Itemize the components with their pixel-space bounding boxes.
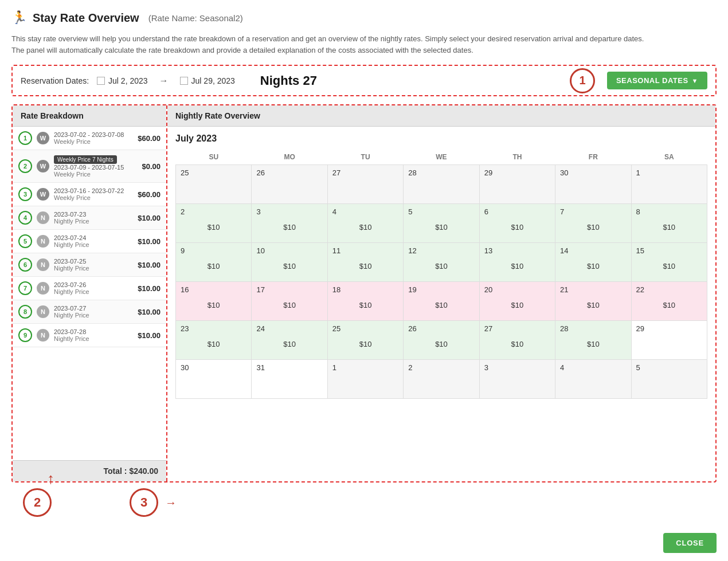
day-number: 17 (256, 285, 322, 294)
day-number: 27 (484, 324, 550, 333)
day-price: $10 (332, 340, 398, 348)
rate-item: 6N2023-07-25Nightly Price$10.00 (13, 253, 166, 277)
day-number: 20 (484, 285, 550, 294)
calendar-cell: 3 (479, 360, 555, 399)
reservation-bar: Reservation Dates: Jul 2, 2023 → Jul 29,… (11, 65, 717, 96)
item-number: 7 (18, 281, 32, 295)
calendar-cell: 26$10 (404, 321, 479, 360)
item-date-range: 2023-07-27 (54, 305, 127, 312)
item-type-badge: N (37, 235, 49, 248)
calendar-cell: 4 (555, 360, 631, 399)
total-row: Total : $240.00 (13, 460, 166, 481)
day-number: 29 (484, 168, 550, 177)
day-number: 19 (408, 285, 474, 294)
calendar-cell: 1 (327, 360, 403, 399)
close-button[interactable]: CLOSE (663, 533, 717, 553)
day-number: 27 (332, 168, 398, 177)
day-number: 11 (332, 246, 398, 255)
rate-item: 7N2023-07-26Nightly Price$10.00 (13, 277, 166, 300)
tooltip-badge: Weekly Price 7 Nights (54, 155, 117, 164)
rate-items-list: 1W2023-07-02 - 2023-07-08Weekly Price$60… (13, 127, 166, 460)
calendar-day-header: SA (631, 150, 707, 165)
day-price: $10 (484, 340, 550, 348)
day-price: $10 (332, 301, 398, 309)
item-date-range: 2023-07-23 (54, 211, 127, 218)
calendar-cell: 11$10 (327, 243, 403, 282)
day-price: $10 (636, 262, 702, 270)
calendar-day-header: MO (252, 150, 327, 165)
day-price: $10 (560, 301, 626, 309)
calendar-cell: 29 (631, 321, 707, 360)
calendar-cell: 7$10 (555, 204, 631, 243)
calendar-cell: 20$10 (479, 282, 555, 321)
annotation-circle-1: 1 (570, 68, 595, 93)
annotation-circle-3: 3 (130, 488, 158, 517)
calendar-cell: 22$10 (631, 282, 707, 321)
day-price: $10 (484, 301, 550, 309)
item-price-type: Weekly Price (54, 171, 127, 178)
day-price: $10 (560, 340, 626, 348)
item-price: $10.00 (132, 308, 161, 316)
calendar-cell: 27 (327, 165, 403, 204)
start-date-checkbox[interactable] (97, 77, 105, 85)
runner-icon: 🏃 (11, 10, 27, 25)
calendar-cell: 8$10 (631, 204, 707, 243)
day-number: 9 (181, 246, 246, 255)
item-number: 8 (18, 305, 32, 319)
day-number: 26 (408, 324, 474, 333)
day-number: 21 (560, 285, 626, 294)
item-type-badge: W (37, 132, 49, 144)
calendar-cell: 5$10 (404, 204, 479, 243)
day-number: 2 (408, 363, 474, 372)
day-number: 4 (332, 207, 398, 216)
calendar-cell: 25 (176, 165, 252, 204)
day-number: 4 (560, 363, 626, 372)
item-price-type: Nightly Price (54, 288, 127, 295)
end-date-box[interactable]: Jul 29, 2023 (180, 76, 235, 85)
calendar-cell: 12$10 (404, 243, 479, 282)
item-info: Weekly Price 7 Nights2023-07-09 - 2023-0… (54, 155, 127, 178)
day-number: 1 (332, 363, 398, 372)
day-number: 30 (560, 168, 626, 177)
day-price: $10 (332, 223, 398, 232)
calendar-cell: 19$10 (404, 282, 479, 321)
day-number: 22 (636, 285, 702, 294)
item-price-type: Nightly Price (54, 241, 127, 248)
calendar-day-header: SU (176, 150, 252, 165)
arrow-up-icon: ↑ (47, 470, 54, 488)
calendar-cell: 2$10 (176, 204, 252, 243)
calendar-week-row: 2526272829301 (176, 165, 707, 204)
seasonal-dates-button[interactable]: SEASONAL DATES ▼ (607, 72, 707, 89)
item-date-range: 2023-07-02 - 2023-07-08 (54, 131, 127, 138)
item-info: 2023-07-23Nightly Price (54, 211, 127, 225)
day-price: $10 (181, 301, 246, 309)
item-type-badge: W (37, 160, 49, 172)
item-price: $10.00 (132, 284, 161, 293)
item-price-type: Nightly Price (54, 312, 127, 319)
item-type-badge: N (37, 282, 49, 295)
start-date-value: Jul 2, 2023 (108, 76, 148, 85)
item-type-badge: N (37, 211, 49, 224)
calendar-cell: 3$10 (252, 204, 327, 243)
item-type-badge: W (37, 188, 49, 201)
calendar-day-header: WE (404, 150, 479, 165)
day-number: 10 (256, 246, 322, 255)
item-date-range: 2023-07-16 - 2023-07-22 (54, 187, 127, 194)
calendar-cell: 14$10 (555, 243, 631, 282)
day-number: 24 (256, 324, 322, 333)
start-date-box[interactable]: Jul 2, 2023 (97, 76, 148, 85)
day-price: $10 (408, 262, 474, 270)
calendar-cell: 28$10 (555, 321, 631, 360)
day-number: 12 (408, 246, 474, 255)
calendar-cell: 26 (252, 165, 327, 204)
day-price: $10 (484, 223, 550, 232)
end-date-checkbox[interactable] (180, 77, 188, 85)
day-number: 3 (256, 207, 322, 216)
item-date-range: 2023-07-09 - 2023-07-15 (54, 164, 127, 171)
item-info: 2023-07-16 - 2023-07-22Weekly Price (54, 187, 127, 201)
item-date-range: 2023-07-24 (54, 234, 127, 241)
calendar-week-row: 16$1017$1018$1019$1020$1021$1022$10 (176, 282, 707, 321)
calendar-cell: 30 (555, 165, 631, 204)
rate-breakdown-header: Rate Breakdown (13, 105, 166, 127)
day-price: $10 (256, 301, 322, 309)
